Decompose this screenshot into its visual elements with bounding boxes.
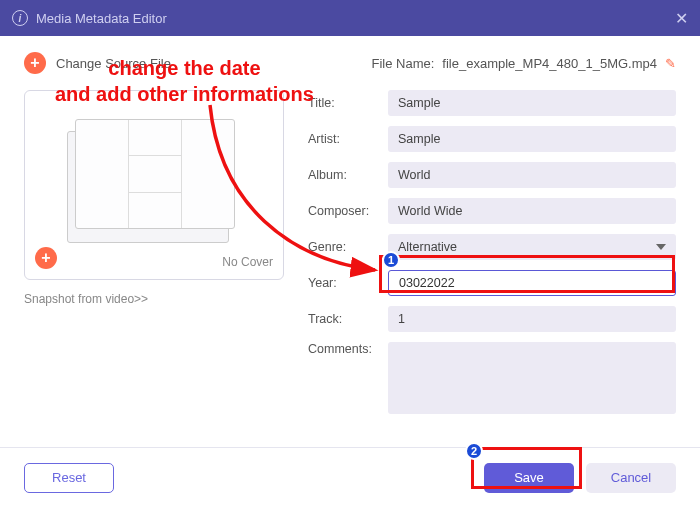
artist-input[interactable] (388, 126, 676, 152)
title-input[interactable] (388, 90, 676, 116)
cancel-button[interactable]: Cancel (586, 463, 676, 493)
comments-label: Comments: (308, 342, 388, 356)
close-icon[interactable]: ✕ (675, 9, 688, 28)
edit-filename-icon[interactable]: ✎ (665, 56, 676, 71)
track-label: Track: (308, 312, 388, 326)
info-icon: i (12, 10, 28, 26)
cover-box: + No Cover (24, 90, 284, 280)
footer: Reset Save Cancel (0, 447, 700, 507)
save-button[interactable]: Save (484, 463, 574, 493)
track-input[interactable] (388, 306, 676, 332)
add-source-icon[interactable]: + (24, 52, 46, 74)
genre-label: Genre: (308, 240, 388, 254)
no-cover-label: No Cover (222, 255, 273, 269)
year-input[interactable] (388, 270, 676, 296)
genre-value: Alternative (398, 240, 457, 254)
file-name-label: File Name: (372, 56, 435, 71)
artist-label: Artist: (308, 132, 388, 146)
title-label: Title: (308, 96, 388, 110)
toolbar: + Change Source File File Name: file_exa… (0, 36, 700, 82)
add-cover-button[interactable]: + (35, 247, 57, 269)
composer-label: Composer: (308, 204, 388, 218)
file-name-group: File Name: file_example_MP4_480_1_5MG.mp… (372, 56, 677, 71)
file-name-value: file_example_MP4_480_1_5MG.mp4 (442, 56, 657, 71)
reset-button[interactable]: Reset (24, 463, 114, 493)
album-input[interactable] (388, 162, 676, 188)
snapshot-link[interactable]: Snapshot from video>> (24, 292, 284, 306)
title-bar: i Media Metadata Editor ✕ (0, 0, 700, 36)
change-source-link[interactable]: Change Source File (56, 56, 171, 71)
genre-select[interactable]: Alternative (388, 234, 676, 260)
metadata-form: Title: Artist: Album: Composer: Genre:Al… (308, 90, 676, 424)
year-label: Year: (308, 276, 388, 290)
album-label: Album: (308, 168, 388, 182)
comments-input[interactable] (388, 342, 676, 414)
cover-placeholder-icon (75, 119, 235, 229)
composer-input[interactable] (388, 198, 676, 224)
window-title: Media Metadata Editor (36, 11, 167, 26)
